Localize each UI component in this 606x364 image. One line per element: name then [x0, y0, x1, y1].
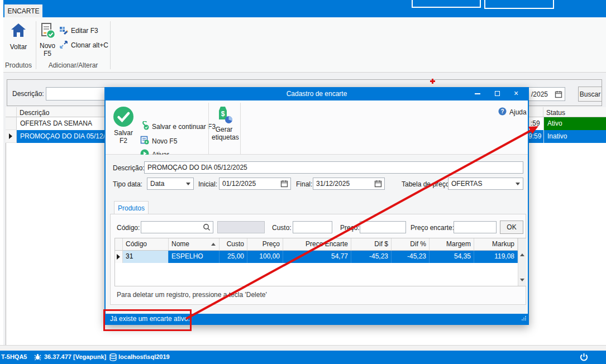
novo-button[interactable]: Novo F5: [38, 22, 57, 61]
novo-f5-button[interactable]: Novo F5: [140, 136, 177, 146]
inicial-date-field[interactable]: 01/12/2025: [219, 178, 291, 190]
close-icon[interactable]: ×: [514, 89, 518, 98]
clonar-button[interactable]: Clonar alt+C: [59, 40, 108, 51]
sort-asc-icon: [211, 243, 216, 246]
edit-grid-icon: [59, 26, 68, 36]
grid-cell-nome[interactable]: ESPELHO: [169, 251, 220, 263]
debug-icon: [34, 353, 41, 362]
annotation-highlight-box: [103, 309, 192, 331]
final-label: Final:: [296, 180, 312, 188]
annotation-plus-mark: [432, 79, 433, 84]
custo-label: Custo:: [272, 224, 292, 232]
buscar-button[interactable]: Buscar: [578, 87, 602, 102]
grid-cell-codigo[interactable]: 31: [123, 251, 169, 263]
row-selector: [6, 130, 17, 143]
filter-date-value: /2025: [531, 90, 548, 98]
app-statusbar: T-5HQA5 36.37.477 [Vegapunk] localhost\s…: [0, 351, 606, 364]
new-document-icon: [40, 33, 55, 41]
codigo-search-input[interactable]: [141, 221, 213, 233]
ribbon-separator-2: [110, 21, 111, 69]
database-text: localhost\sql2019: [118, 353, 170, 360]
tab-produtos-label: Produtos: [118, 204, 145, 212]
calendar-icon: [374, 180, 382, 189]
dialog-grid: Código Nome Custo Preço Preço Encarte Di…: [114, 238, 526, 286]
grid-header-margem[interactable]: Margem: [430, 238, 474, 251]
salvar-button[interactable]: Salvar F2: [110, 106, 137, 151]
grid-cell-preco-encarte[interactable]: 54,77: [283, 251, 351, 263]
grid-cell-dif-valor[interactable]: -45,23: [351, 251, 392, 263]
ribbon-group-produtos: Produtos: [1, 61, 36, 69]
ribbon-separator-1: [36, 21, 36, 69]
ok-button[interactable]: OK: [500, 221, 523, 234]
row-time-fragment: :59: [531, 119, 540, 127]
calendar-icon: [280, 180, 288, 189]
power-icon[interactable]: [580, 353, 588, 363]
chevron-down-icon: [516, 183, 520, 185]
ok-label: OK: [507, 223, 516, 231]
grid-header-preco-encarte[interactable]: Preço Encarte: [283, 238, 351, 251]
salvar-label-1: Salvar: [110, 129, 137, 137]
preco-encarte-label: Preço encarte:: [411, 224, 454, 232]
grid-cell-custo[interactable]: 25,00: [220, 251, 247, 263]
grid-header-dif-pct[interactable]: Dif %: [392, 238, 430, 251]
price-tag-pie-icon: $: [215, 118, 233, 126]
row-descricao: PROMOÇAO DO DIA 05/12/2: [20, 132, 109, 140]
novo-f5-label: Novo F5: [152, 137, 177, 145]
custo-input[interactable]: [293, 221, 332, 233]
dialog-cadastro-encarte: Cadastro de encarte × Salvar F2 Sal: [104, 87, 529, 325]
grid-cell-preco[interactable]: 100,00: [247, 251, 283, 263]
grid-cell-markup[interactable]: 119,08: [474, 251, 518, 263]
main-grid-selector-header: [6, 107, 17, 117]
grid-scrollbar[interactable]: [518, 238, 526, 286]
maximize-icon[interactable]: [495, 91, 500, 96]
ajuda-button[interactable]: ? Ajuda: [498, 107, 527, 117]
dialog-body: Descrição: PROMOÇAO DO DIA 05/12/2025 Ti…: [106, 155, 528, 314]
preco-input[interactable]: [360, 221, 406, 233]
cutoff-button-2[interactable]: [484, 0, 554, 9]
tabela-preco-select[interactable]: OFERTAS: [448, 178, 523, 190]
minimize-icon[interactable]: [475, 93, 480, 94]
tabela-preco-label: Tabela de preço:: [402, 180, 451, 188]
tab-encarte[interactable]: ENCARTE: [4, 4, 42, 17]
editar-button[interactable]: Editar F3: [59, 25, 98, 36]
final-date-field[interactable]: 31/12/2025: [313, 178, 385, 190]
machine-name: T-5HQA5: [1, 353, 27, 360]
grid-header-preco[interactable]: Preço: [247, 238, 283, 251]
cutoff-button-1[interactable]: [412, 0, 481, 8]
grid-header-dif-valor[interactable]: Dif $: [351, 238, 392, 251]
bottom-strip: [0, 345, 606, 351]
clonar-label: Clonar alt+C: [71, 41, 108, 49]
codigo-label: Código:: [117, 224, 140, 232]
status-badge: Ativo: [543, 117, 606, 130]
grid-header-markup[interactable]: Markup: [474, 238, 518, 251]
novo-label-1: Novo: [38, 42, 57, 50]
inicial-label: Inicial:: [198, 180, 217, 188]
resize-grip[interactable]: [521, 315, 527, 323]
home-icon: [10, 32, 27, 40]
grid-cell-dif-pct[interactable]: -45,23: [392, 251, 430, 263]
current-row-marker-icon: [9, 133, 12, 139]
scroll-up-icon[interactable]: [520, 253, 524, 256]
grid-header-codigo[interactable]: Código: [123, 238, 169, 251]
salvar-continuar-button[interactable]: Salvar e continuar F3: [140, 121, 216, 132]
status-badge: Inativo: [543, 130, 606, 143]
gerar-label-1: Gerar: [212, 126, 236, 133]
grid-header-custo[interactable]: Custo: [220, 238, 247, 251]
scroll-down-icon[interactable]: [520, 279, 524, 281]
search-icon: [203, 223, 211, 233]
descricao-field[interactable]: PROMOÇAO DO DIA 05/12/2025: [144, 161, 523, 174]
descricao-label: Descrição:: [113, 164, 145, 172]
gerar-label-2: etiquetas: [212, 133, 236, 141]
main-grid-col-status[interactable]: Status: [543, 107, 606, 117]
voltar-button[interactable]: Voltar: [6, 22, 31, 57]
salvar-label-2: F2: [110, 137, 137, 145]
grid-cell-margem[interactable]: 54,35: [430, 251, 474, 263]
tab-produtos[interactable]: Produtos: [114, 201, 149, 214]
dialog-titlebar[interactable]: Cadastro de encarte ×: [104, 87, 529, 100]
grid-header-nome[interactable]: Nome: [169, 238, 220, 251]
preco-encarte-input[interactable]: [454, 221, 497, 233]
dialog-title: Cadastro de encarte: [104, 87, 529, 100]
tipo-data-select[interactable]: Data: [147, 178, 194, 190]
tab-encarte-label: ENCARTE: [7, 7, 39, 15]
ribbon-group-adicionar: Adicionar/Alterar: [37, 61, 109, 69]
